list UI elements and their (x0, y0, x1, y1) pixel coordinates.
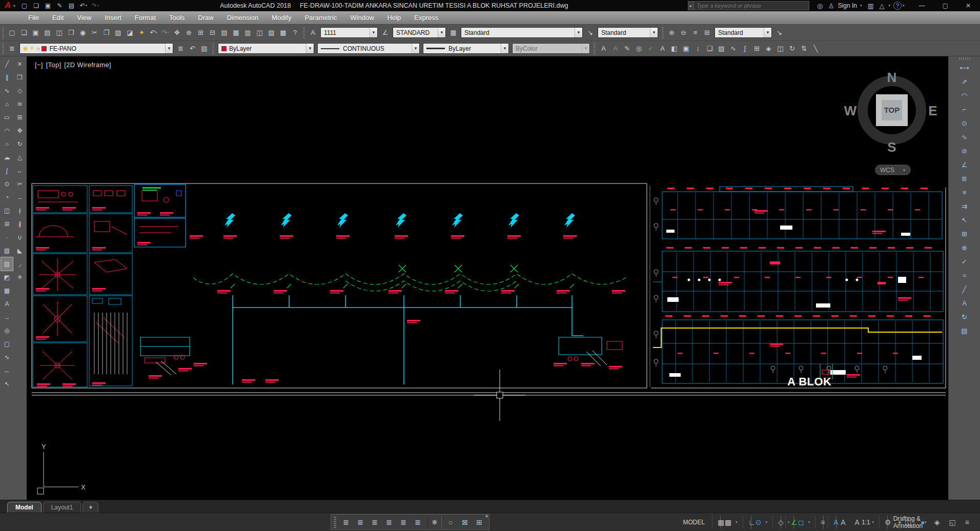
insert-block-tool[interactable]: ◫ (1, 204, 13, 217)
collect-leaders-icon[interactable]: ⊞ (701, 27, 713, 38)
zoom-window-icon[interactable]: ⊞ (195, 27, 207, 38)
polygon-tool[interactable]: ⌂ (1, 97, 13, 111)
construction-line-tool[interactable]: ∥ (1, 71, 13, 84)
trim-tool[interactable]: ✂ (14, 177, 26, 191)
compass-east[interactable]: E (928, 103, 937, 118)
continue-dimension-tool[interactable]: ⇉ (958, 199, 971, 213)
viewport-visual-style-control[interactable]: [2D Wireframe] (64, 61, 111, 69)
quick-calc-icon[interactable]: ▩ (277, 27, 289, 38)
copy-icon[interactable]: ❐ (100, 27, 112, 38)
layer-isolate-icon[interactable]: ≣ (396, 516, 411, 529)
combo-chevron-icon[interactable]: ▼ (764, 28, 771, 37)
combo-chevron-icon[interactable]: ▼ (438, 28, 445, 37)
rotate-tool[interactable]: ↻ (14, 137, 26, 151)
break-at-point-tool[interactable]: ∤ (14, 204, 26, 217)
paste-icon[interactable]: ▧ (112, 27, 124, 38)
minimize-button[interactable]: — (919, 2, 925, 9)
break-tool[interactable]: ∦ (14, 217, 26, 231)
save-icon[interactable]: ▣ (30, 27, 42, 38)
toolbar-grip[interactable] (334, 517, 336, 528)
scale-tool[interactable]: △ (14, 151, 26, 164)
menu-express[interactable]: Express (407, 11, 445, 24)
text-style-icon[interactable]: A (307, 27, 319, 38)
publish-icon[interactable]: ❒ (65, 27, 77, 38)
undo-icon[interactable]: ↶▾ (78, 1, 89, 10)
polyline-edit-icon[interactable]: ∿ (727, 43, 739, 54)
leader-tool[interactable]: ↖ (1, 377, 13, 391)
zoom-previous-icon[interactable]: ⊟ (207, 27, 218, 38)
move-tool[interactable]: ✥ (14, 124, 26, 137)
layer-properties-manager-icon[interactable]: ≣ (6, 43, 18, 54)
text-style-combo[interactable]: 1111 ▼ (320, 27, 378, 38)
layer-freeze-icon[interactable]: ❄ (427, 516, 442, 529)
toolbar-grip[interactable] (662, 27, 664, 38)
wcs-caret-icon[interactable]: ▾ (903, 168, 906, 173)
circle-tool[interactable]: ○ (1, 137, 13, 151)
text-frame-icon[interactable]: ◧ (668, 43, 680, 54)
table-tool[interactable]: ▦ (1, 284, 13, 297)
arc-length-tool[interactable]: ◠ (958, 89, 971, 103)
menu-tools[interactable]: Tools (162, 11, 191, 24)
compass-north[interactable]: N (887, 70, 897, 85)
plot-icon[interactable]: ▤ (42, 27, 53, 38)
dim-style-icon[interactable]: ∠ (379, 27, 391, 38)
lineweight-toggle[interactable]: ≡ (815, 516, 824, 529)
find-replace-icon[interactable]: ◎ (633, 43, 645, 54)
mleader-style2-combo[interactable]: Standard ▼ (714, 27, 772, 38)
array-tool[interactable]: ⊞ (14, 111, 26, 124)
scale-text-icon[interactable]: ↕ (692, 43, 704, 54)
block-editor-icon[interactable]: ◫ (774, 43, 786, 54)
app-store-cart-icon[interactable]: ▥ (865, 1, 876, 11)
gradient-tool[interactable]: ▧ (1, 257, 13, 271)
menu-dimension[interactable]: Dimension (220, 11, 265, 24)
workspace-switcher[interactable]: ⚙Drafting & Annotation▾ (879, 516, 888, 529)
annotation-autoscale-toggle[interactable]: A (838, 516, 852, 529)
object-snap-tracking-toggle[interactable]: ∠ (785, 516, 794, 529)
toolbar-grip[interactable] (959, 57, 970, 60)
region-tool[interactable]: ◩ (1, 271, 13, 284)
text-background-icon[interactable]: ▣ (680, 43, 692, 54)
spline-tool[interactable]: ∫ (1, 164, 13, 177)
logo-caret-icon[interactable]: ▾ (13, 4, 15, 8)
center-mark-tool[interactable]: ⊕ (958, 241, 971, 255)
mirror-tool[interactable]: ◇ (14, 84, 26, 97)
spline-edit-icon[interactable]: ∫ (739, 43, 751, 54)
layer-unlock-icon[interactable]: ∩ (36, 46, 40, 52)
ellipse-arc-tool[interactable]: ◔ (1, 191, 13, 204)
sign-in-user-icon[interactable]: ♙ (826, 1, 837, 11)
dimension-tool[interactable]: ↔ (1, 364, 13, 377)
viewcube-face-label[interactable]: TOP (884, 106, 900, 114)
autodesk-exchange-icon[interactable]: △ (876, 1, 888, 11)
markup-icon[interactable]: ▧ (266, 27, 277, 38)
grid-display-toggle[interactable]: ▦ (712, 516, 721, 529)
table-style-icon[interactable]: ▦ (447, 27, 459, 38)
combo-chevron-icon[interactable]: ▼ (575, 28, 582, 37)
plot-icon[interactable]: ▤ (67, 1, 77, 10)
restore-button[interactable]: ▢ (943, 2, 948, 9)
menu-help[interactable]: Help (381, 11, 408, 24)
array-edit-icon[interactable]: ⊞ (751, 43, 763, 54)
qnew-icon[interactable]: ▢ (19, 1, 30, 10)
join-tool[interactable]: ∪ (14, 231, 26, 244)
open-file-icon[interactable]: ❏ (31, 1, 42, 10)
polyline-tool[interactable]: ∿ (1, 84, 13, 97)
align-leaders-icon[interactable]: ≡ (689, 27, 701, 38)
edit-text-icon[interactable]: A (609, 43, 621, 54)
copy-to-new-layer-icon[interactable]: ≣ (382, 516, 396, 529)
oblique-tool[interactable]: ╱ (958, 282, 971, 296)
design-center-icon[interactable]: ▦ (230, 27, 242, 38)
save-icon[interactable]: ▣ (43, 1, 53, 10)
layer-match-icon[interactable]: ≣ (353, 516, 368, 529)
model-space-badge[interactable]: MODEL (678, 516, 709, 529)
make-block-tool[interactable]: ⊞ (1, 217, 13, 231)
layer-color-swatch[interactable] (42, 46, 47, 51)
close-button[interactable]: ✕ (966, 2, 971, 9)
add-leader-icon[interactable]: ⊕ (666, 27, 678, 38)
compass-west[interactable]: W (844, 103, 857, 118)
layer-combo[interactable]: ◉ ☀ ∩ FE-PANO ▼ (19, 43, 173, 54)
combo-chevron-icon[interactable]: ▼ (370, 28, 377, 37)
quick-dimension-tool[interactable]: ≣ (958, 172, 971, 186)
search-binoculars-icon[interactable]: ◎ (814, 1, 826, 11)
attribute-sync-icon[interactable]: ↻ (786, 43, 798, 54)
change-to-current-layer-icon[interactable]: ≣ (368, 516, 382, 529)
